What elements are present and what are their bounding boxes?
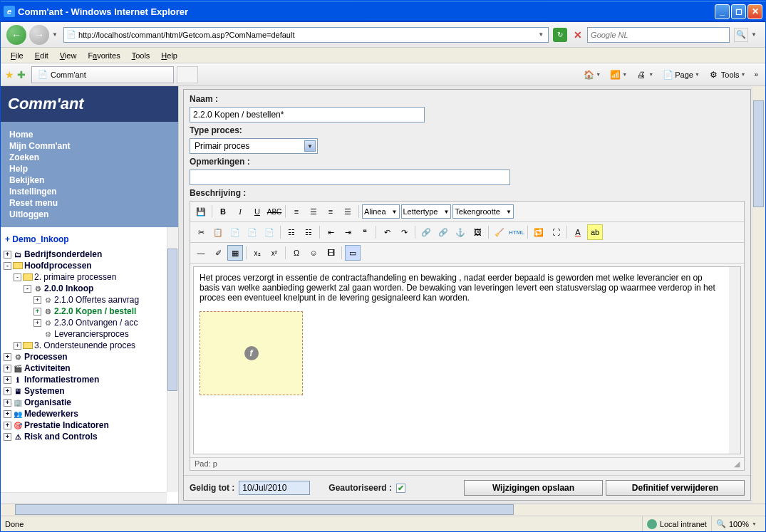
tree-node[interactable]: +3. Ondersteunende proces	[4, 340, 175, 351]
tree-node[interactable]: -Hoofdprocessen	[4, 260, 175, 271]
tree-toggle-icon[interactable]: +	[4, 353, 11, 361]
security-zone[interactable]: Local intranet	[642, 516, 711, 531]
unlink-icon[interactable]: 🔗	[435, 224, 451, 240]
editor-scrollbar[interactable]	[729, 267, 740, 454]
tree-node[interactable]: ⚙Leveranciersproces	[4, 328, 175, 340]
menu-file[interactable]: File	[5, 50, 29, 61]
tree-node[interactable]: +🎯Prestatie Indicatoren	[4, 419, 175, 431]
tools-menu-button[interactable]: ⚙Tools ▼	[705, 68, 749, 82]
menu-view[interactable]: View	[54, 50, 83, 61]
maximize-button[interactable]: ◻	[731, 4, 746, 19]
tree-node[interactable]: -2. primaire processen	[4, 271, 175, 283]
link-icon[interactable]: 🔗	[418, 224, 434, 240]
main-scrollbar-horizontal[interactable]	[1, 504, 765, 516]
tree-toggle-icon[interactable]: -	[4, 262, 11, 270]
align-justify-icon[interactable]: ☰	[340, 204, 356, 219]
bold-icon[interactable]: B	[215, 204, 231, 219]
nav-help[interactable]: Help	[9, 163, 170, 174]
feeds-button[interactable]: 📶▼	[606, 68, 630, 82]
menu-edit[interactable]: Edit	[29, 50, 54, 61]
tree-toggle-icon[interactable]: +	[33, 296, 41, 304]
search-dropdown[interactable]: ▼	[751, 31, 757, 38]
table-icon[interactable]: ▦	[227, 245, 243, 261]
tree-toggle-icon[interactable]: -	[14, 273, 21, 281]
subscript-icon[interactable]: x₂	[249, 245, 265, 261]
underline-icon[interactable]: U	[249, 204, 265, 219]
tree-root[interactable]: + Demo_Inkoop	[4, 231, 175, 249]
tree-toggle-icon[interactable]: +	[33, 319, 41, 327]
home-button[interactable]: 🏠▼	[580, 68, 604, 82]
nav-zoeken[interactable]: Zoeken	[9, 152, 170, 163]
auth-checkbox[interactable]: ✔	[396, 484, 405, 493]
new-tab-button[interactable]	[177, 66, 198, 83]
close-button[interactable]: ✕	[747, 4, 762, 19]
tree-node[interactable]: +⚠Risk and Controls	[4, 431, 175, 442]
forward-button[interactable]: →	[29, 25, 49, 45]
search-bar[interactable]	[587, 27, 730, 43]
html-icon[interactable]: HTML	[509, 224, 524, 240]
outdent-icon[interactable]: ⇤	[323, 224, 338, 240]
align-center-icon[interactable]: ☰	[306, 204, 321, 219]
browser-tab[interactable]: 📄 Comm'ant	[31, 66, 174, 83]
tree-toggle-icon[interactable]: +	[4, 433, 11, 441]
menu-tools[interactable]: Tools	[126, 50, 156, 61]
tree-node[interactable]: +ℹInformatiestromen	[4, 374, 175, 385]
text-color-icon[interactable]: A	[570, 224, 586, 240]
image-icon[interactable]: 🖼	[470, 224, 485, 240]
delete-button[interactable]: Definitief verwijderen	[606, 480, 745, 496]
main-scrollbar-vertical[interactable]	[753, 86, 765, 504]
tree-toggle-icon[interactable]: +	[4, 387, 11, 395]
resize-handle-icon[interactable]: ◢	[734, 459, 740, 469]
tree-scrollbar-vertical[interactable]	[167, 227, 178, 492]
zoom-control[interactable]: 🔍 100% ▼	[711, 516, 761, 531]
page-menu-button[interactable]: 📄Page ▼	[659, 68, 703, 82]
bullet-list-icon[interactable]: ☷	[301, 224, 316, 240]
tree-toggle-icon[interactable]: -	[24, 285, 31, 293]
save-button[interactable]: Wijzigingen opslaan	[464, 480, 603, 496]
nav-home[interactable]: Home	[9, 129, 170, 140]
tree-toggle-icon[interactable]: +	[4, 399, 11, 407]
copy-icon[interactable]: 📋	[210, 224, 226, 240]
url-input[interactable]	[78, 31, 535, 39]
numbered-list-icon[interactable]: ☷	[284, 224, 299, 240]
nav-instellingen[interactable]: Instellingen	[9, 186, 170, 197]
tree-toggle-icon[interactable]: +	[4, 365, 11, 372]
tree-node[interactable]: +⚙2.2.0 Kopen / bestell	[4, 306, 175, 317]
paste-word-icon[interactable]: 📄	[262, 224, 277, 240]
fullscreen-icon[interactable]: ⛶	[548, 224, 564, 240]
tree-toggle-icon[interactable]: +	[4, 422, 11, 429]
tree-toggle-icon[interactable]: +	[33, 308, 41, 315]
align-left-icon[interactable]: ≡	[289, 204, 304, 219]
stop-button[interactable]: ✕	[571, 28, 584, 41]
tree-toggle-icon[interactable]: +	[4, 251, 11, 259]
italic-icon[interactable]: I	[232, 204, 248, 219]
tree-node[interactable]: +⚙Processen	[4, 351, 175, 363]
tree-node[interactable]: +👥Medewerkers	[4, 408, 175, 419]
minimize-button[interactable]: _	[715, 4, 730, 19]
nav-mijn[interactable]: Mijn Comm'ant	[9, 140, 170, 152]
hr-icon[interactable]: —	[193, 245, 209, 261]
media-icon[interactable]: 🎞	[323, 245, 338, 261]
favorites-center-icon[interactable]: ★	[5, 69, 14, 80]
tree-scrollbar-horizontal[interactable]	[1, 492, 167, 504]
nav-uitloggen[interactable]: Uitloggen	[9, 209, 170, 220]
add-favorite-icon[interactable]: ✚	[17, 69, 26, 80]
nav-bekijken[interactable]: Bekijken	[9, 174, 170, 186]
address-bar[interactable]: 📄 ▼	[63, 27, 549, 43]
bg-color-icon[interactable]: ab	[587, 224, 603, 240]
tree-node[interactable]: +🎬Activiteiten	[4, 363, 175, 374]
menu-favorites[interactable]: Favorites	[82, 50, 125, 61]
style-select[interactable]: Alinea▼	[362, 204, 400, 219]
paste-text-icon[interactable]: 📄	[244, 224, 260, 240]
cleanup-icon[interactable]: 🧹	[492, 224, 507, 240]
indent-icon[interactable]: ⇥	[340, 224, 356, 240]
emoticon-icon[interactable]: ☺	[306, 245, 321, 261]
tree-node[interactable]: -⚙2.0.0 Inkoop	[4, 283, 175, 294]
size-select[interactable]: Tekengrootte▼	[452, 204, 514, 219]
naam-input[interactable]	[190, 107, 425, 122]
cut-icon[interactable]: ✂	[193, 224, 209, 240]
back-button[interactable]: ←	[6, 25, 26, 45]
print-button[interactable]: 🖨▼	[633, 68, 656, 82]
nav-reset[interactable]: Reset menu	[9, 197, 170, 209]
tree-toggle-icon[interactable]: +	[4, 376, 11, 384]
